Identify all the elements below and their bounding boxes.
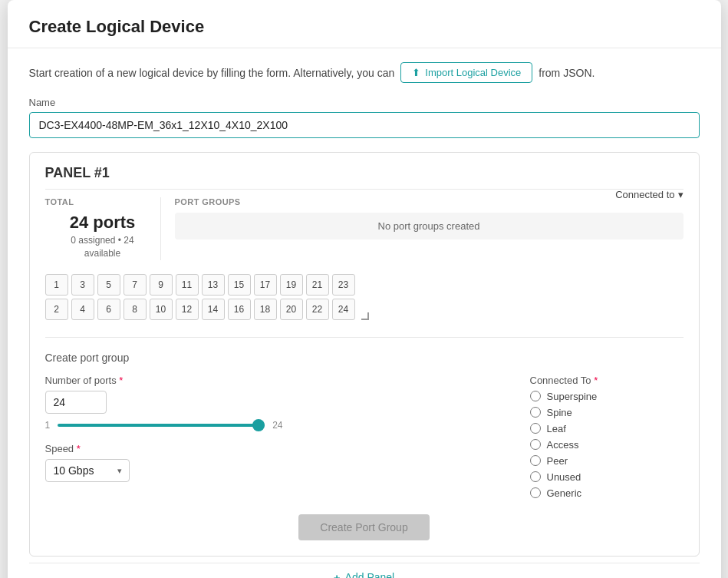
import-logical-device-button[interactable]: Import Logical Device — [400, 62, 532, 83]
port-cell[interactable]: 12 — [176, 299, 199, 320]
connected-to-button[interactable]: Connected to — [615, 189, 683, 200]
panel-header-row: TOTAL 24 ports 0 assigned • 24 available… — [45, 189, 684, 260]
port-cell[interactable]: 21 — [306, 274, 329, 296]
port-cell[interactable]: 17 — [254, 274, 277, 296]
port-cell[interactable]: 6 — [97, 299, 120, 320]
import-btn-label: Import Logical Device — [425, 67, 521, 78]
create-port-group-btn-label: Create Port Group — [320, 521, 407, 533]
modal-title: Create Logical Device — [29, 17, 205, 36]
port-row-odd: 1 3 5 7 9 11 13 15 17 19 21 23 — [45, 274, 369, 296]
panel-groups-label: PORT GROUPS — [175, 197, 684, 206]
radio-peer-input[interactable] — [530, 455, 541, 466]
panel-total-label: TOTAL — [45, 197, 160, 206]
port-cell[interactable]: 24 — [332, 299, 355, 320]
port-grid: 1 3 5 7 9 11 13 15 17 19 21 23 2 4 6 — [45, 274, 369, 323]
port-cell[interactable]: 2 — [45, 299, 68, 320]
speed-select[interactable]: 1 Gbps 10 Gbps 25 Gbps 40 Gbps 100 Gbps — [45, 459, 130, 482]
panel-total: TOTAL 24 ports 0 assigned • 24 available — [45, 197, 160, 260]
radio-leaf-label: Leaf — [547, 423, 566, 434]
port-cell[interactable]: 3 — [71, 274, 94, 296]
radio-peer-label: Peer — [547, 455, 568, 467]
radio-generic-input[interactable] — [530, 487, 541, 498]
port-corner-indicator — [361, 312, 369, 320]
radio-spine-input[interactable] — [530, 407, 541, 418]
slider-min-label: 1 — [45, 420, 51, 431]
port-cell[interactable]: 4 — [71, 299, 94, 320]
radio-peer[interactable]: Peer — [530, 455, 684, 467]
port-cell[interactable]: 16 — [228, 299, 251, 320]
radio-leaf[interactable]: Leaf — [530, 423, 684, 434]
no-port-groups-msg: No port groups created — [175, 213, 684, 239]
port-cell[interactable]: 23 — [332, 274, 355, 296]
name-input[interactable] — [29, 112, 700, 138]
port-row-even: 2 4 6 8 10 12 14 16 18 20 22 24 — [45, 299, 369, 320]
form-left: Number of ports * 1 24 Speed * — [45, 375, 499, 482]
radio-spine[interactable]: Spine — [530, 407, 684, 418]
connected-to-field-label: Connected To * — [530, 375, 684, 386]
radio-unused-input[interactable] — [530, 471, 541, 482]
modal-body: Start creation of a new logical device b… — [8, 48, 721, 578]
port-cell[interactable]: 18 — [254, 299, 277, 320]
panel-title: PANEL #1 — [45, 165, 684, 181]
speed-label: Speed * — [45, 443, 499, 454]
port-cell[interactable]: 10 — [150, 299, 173, 320]
connected-to-required: * — [594, 375, 598, 386]
num-ports-label: Number of ports * — [45, 375, 499, 386]
radio-generic[interactable]: Generic — [530, 487, 684, 499]
radio-generic-label: Generic — [547, 487, 582, 499]
radio-superspine-input[interactable] — [530, 391, 541, 401]
upload-icon — [412, 67, 420, 78]
port-cell[interactable]: 19 — [280, 274, 303, 296]
create-port-group-button[interactable]: Create Port Group — [298, 514, 429, 540]
speed-field: Speed * 1 Gbps 10 Gbps 25 Gbps 40 Gbps 1… — [45, 443, 499, 482]
required-indicator: * — [119, 375, 123, 386]
radio-spine-label: Spine — [547, 407, 572, 418]
create-port-group-title: Create port group — [45, 352, 684, 364]
radio-unused[interactable]: Unused — [530, 471, 684, 483]
slider-container: 1 24 — [45, 420, 499, 431]
num-ports-input[interactable] — [45, 391, 107, 414]
ports-count: 24 ports — [45, 213, 160, 233]
intro-text-after: from JSON. — [539, 67, 595, 79]
slider-max-label: 24 — [272, 420, 282, 431]
modal-header: Create Logical Device — [8, 0, 721, 48]
radio-access-input[interactable] — [530, 439, 541, 450]
ports-sub: 0 assigned • 24 available — [45, 234, 160, 260]
panel-cols: TOTAL 24 ports 0 assigned • 24 available… — [45, 189, 684, 260]
port-cell[interactable]: 8 — [124, 299, 147, 320]
port-cell[interactable]: 15 — [228, 274, 251, 296]
port-cell[interactable]: 9 — [150, 274, 173, 296]
divider — [45, 337, 684, 338]
name-field-label: Name — [29, 97, 700, 108]
radio-unused-label: Unused — [547, 471, 581, 483]
port-group-form: Number of ports * 1 24 Speed * — [45, 375, 684, 499]
chevron-down-icon — [678, 189, 684, 200]
create-logical-device-modal: Create Logical Device Start creation of … — [8, 0, 721, 578]
intro-row: Start creation of a new logical device b… — [29, 62, 700, 83]
connected-to-label: Connected to — [615, 189, 674, 200]
port-cell[interactable]: 11 — [176, 274, 199, 296]
radio-access-label: Access — [547, 439, 579, 451]
connected-to-options-list: Superspine Spine Leaf Access — [530, 391, 684, 499]
port-cell[interactable]: 1 — [45, 274, 68, 296]
intro-text-before: Start creation of a new logical device b… — [29, 67, 395, 79]
add-panel-label: Add Panel — [345, 571, 395, 578]
panel-groups-col: PORT GROUPS No port groups created — [160, 197, 684, 260]
radio-access[interactable]: Access — [530, 439, 684, 451]
add-panel-plus-icon — [334, 571, 341, 578]
port-cell[interactable]: 5 — [97, 274, 120, 296]
radio-superspine[interactable]: Superspine — [530, 391, 684, 402]
port-cell[interactable]: 13 — [202, 274, 225, 296]
port-cell[interactable]: 7 — [124, 274, 147, 296]
num-ports-slider[interactable] — [58, 424, 265, 427]
panel-card: PANEL #1 TOTAL 24 ports 0 assigned • 24 … — [29, 152, 700, 557]
speed-required-indicator: * — [77, 443, 81, 454]
add-panel-row[interactable]: Add Panel — [29, 563, 700, 578]
radio-leaf-input[interactable] — [530, 423, 541, 434]
speed-select-wrap: 1 Gbps 10 Gbps 25 Gbps 40 Gbps 100 Gbps … — [45, 459, 130, 482]
connected-to-form-section: Connected To * Superspine Spine — [530, 375, 684, 499]
port-cell[interactable]: 22 — [306, 299, 329, 320]
port-cell[interactable]: 14 — [202, 299, 225, 320]
port-cell[interactable]: 20 — [280, 299, 303, 320]
radio-superspine-label: Superspine — [547, 391, 598, 402]
